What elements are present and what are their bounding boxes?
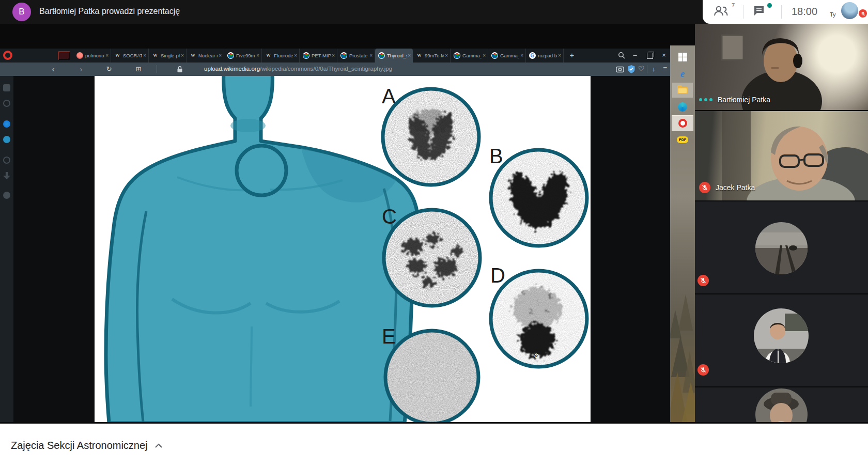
browser-toolbar: ‹ › ↻ ⊞ upload.wikimedia.org/wikipedia/c… [0, 63, 670, 76]
sidebar-menu-button[interactable]: ≡ [659, 63, 671, 76]
chat-button[interactable] [752, 4, 773, 20]
pdf-icon: PDF [677, 136, 688, 143]
divider [781, 5, 782, 19]
header-controls: 7 18:00 Ty [703, 0, 868, 24]
reload-button[interactable]: ↻ [103, 63, 115, 76]
close-icon[interactable]: × [105, 53, 109, 58]
ie-icon: e [680, 68, 685, 80]
wikipedia-icon [190, 52, 196, 59]
workspaces-icon[interactable] [3, 84, 10, 91]
back-button[interactable]: ‹ [48, 63, 59, 76]
new-tab-button[interactable]: + [567, 50, 577, 60]
opera-menu-button[interactable] [3, 51, 12, 60]
people-icon [713, 4, 729, 18]
chat-icon [752, 4, 766, 18]
you-label: Ty [830, 11, 836, 18]
browser-tab[interactable]: Single-phot × [149, 49, 187, 63]
video-tile-4[interactable] [695, 293, 868, 387]
close-icon[interactable]: × [445, 53, 448, 58]
close-icon[interactable]: × [483, 53, 486, 58]
commons-icon [491, 52, 498, 59]
opera-taskbar-button[interactable] [672, 116, 693, 131]
browser-tab[interactable]: SOCRATES ( × [111, 49, 149, 63]
browser-tab[interactable]: Prostate-me × [337, 49, 375, 63]
participant-avatar [754, 308, 809, 363]
browser-tab[interactable]: 99mTc-MAG × [413, 49, 451, 63]
mic-off-icon [702, 184, 708, 191]
file-explorer-button[interactable] [672, 83, 693, 98]
pinned-tab[interactable] [58, 51, 70, 60]
self-avatar[interactable] [841, 2, 858, 19]
folder-icon [677, 87, 688, 94]
browser-tab[interactable]: pulmonolog × [73, 49, 111, 63]
settings-gear-icon[interactable] [3, 192, 10, 199]
history-icon[interactable] [3, 157, 10, 164]
clock: 18:00 [792, 6, 817, 18]
url-path: /wikipedia/commons/0/0a/Thyroid_scintigr… [260, 66, 392, 72]
snapshot-button[interactable] [616, 65, 624, 75]
self-muted-badge [859, 9, 867, 18]
video-tile-bartlomiej[interactable]: Bartłomiej Patka [695, 24, 868, 110]
commons-icon [303, 52, 309, 59]
thyroid-scintigraphy-image[interactable]: ⚙ A B [95, 76, 591, 422]
tab-tiles-button[interactable]: ⊞ [133, 63, 144, 76]
wikipedia-icon [152, 52, 159, 59]
edge-button[interactable] [672, 99, 693, 114]
presenter-avatar: B [12, 3, 31, 21]
windows-logo-icon [678, 53, 687, 61]
close-icon[interactable]: × [369, 53, 373, 58]
participant-name: Bartłomiej Patka [718, 96, 770, 104]
messenger-icon[interactable] [3, 120, 10, 128]
speed-dial-icon[interactable] [3, 100, 10, 107]
close-icon[interactable]: × [143, 53, 146, 58]
browser-tab[interactable]: Gamma_cam × [451, 49, 488, 63]
close-icon[interactable]: × [294, 53, 297, 58]
browser-viewport: ⚙ A B [0, 76, 670, 422]
tab-search-button[interactable] [618, 52, 625, 61]
browser-tab[interactable]: Nuclear med × [187, 49, 224, 63]
browser-tab-active[interactable]: Thyroid_sci × [375, 49, 413, 63]
label-d: D [490, 264, 505, 287]
browser-tab[interactable]: rozpad beta × [526, 49, 564, 63]
meeting-details-button[interactable]: Zajęcia Sekcji Astronomicznej [11, 424, 162, 467]
scan-circle-a [383, 89, 479, 185]
wikipedia-icon [265, 52, 272, 59]
opera-browser-window: pulmonolog × SOCRATES ( × Single-phot × … [0, 49, 670, 422]
telegram-icon[interactable] [3, 136, 10, 143]
downloads-icon[interactable] [3, 172, 10, 179]
video-tile-3[interactable] [695, 200, 868, 294]
close-icon[interactable]: × [408, 53, 411, 58]
close-icon[interactable]: × [256, 53, 259, 58]
browser-tab[interactable]: Fluorodeoxy × [262, 49, 300, 63]
close-icon[interactable]: × [332, 53, 335, 58]
vpn-badge-button[interactable] [627, 65, 636, 75]
browser-tab[interactable]: PET-MIPS-a × [300, 49, 337, 63]
close-icon[interactable]: × [219, 53, 222, 58]
close-icon[interactable]: × [558, 53, 561, 58]
windows-taskbar: e PDF [670, 45, 695, 424]
close-icon[interactable]: × [520, 53, 523, 58]
figure-svg: ⚙ A B [95, 76, 591, 422]
opera-sidebar [0, 76, 13, 422]
google-icon [529, 52, 536, 59]
bookmark-heart-button[interactable]: ♡ [636, 63, 647, 76]
restore-button[interactable] [647, 53, 653, 59]
video-tile-jacek[interactable]: Jacek Patka [695, 110, 868, 201]
browser-tab[interactable]: Gamma_Cam × [488, 49, 526, 63]
railway-avatar [755, 222, 808, 274]
participants-button[interactable]: 7 [713, 4, 734, 20]
boy-at-piano-avatar [754, 308, 809, 363]
pdf-reader-button[interactable]: PDF [672, 132, 693, 147]
minimize-button[interactable]: – [629, 49, 641, 63]
address-bar[interactable]: upload.wikimedia.org/wikipedia/commons/0… [204, 66, 392, 72]
internet-explorer-button[interactable]: e [672, 66, 693, 81]
download-button[interactable]: ↓ [648, 63, 659, 76]
video-tile-5[interactable] [695, 386, 868, 425]
forward-button[interactable]: › [75, 63, 87, 76]
muted-badge [699, 182, 710, 193]
windows-start-button[interactable] [672, 50, 693, 65]
close-icon[interactable]: × [181, 53, 184, 58]
window-close-button[interactable]: × [658, 49, 670, 63]
elderly-man-avatar [755, 388, 808, 425]
browser-tab[interactable]: Five99mTec × [224, 49, 262, 63]
